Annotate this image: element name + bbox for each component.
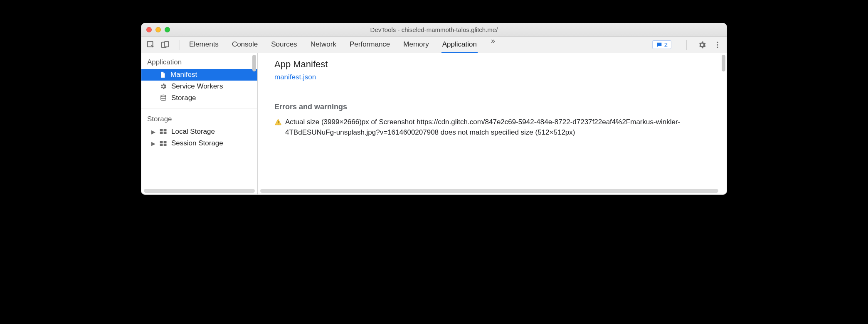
sidebar-item-label: Local Storage — [171, 128, 215, 136]
sidebar-item-label: Session Storage — [171, 139, 223, 147]
tab-elements[interactable]: Elements — [188, 37, 219, 53]
devtools-toolbar: Elements Console Sources Network Perform… — [141, 37, 727, 53]
sidebar-separator — [141, 108, 257, 108]
svg-rect-7 — [160, 129, 163, 131]
svg-point-4 — [717, 44, 718, 45]
devtools-window: DevTools - chiseled-mammoth-talos.glitch… — [141, 23, 727, 195]
toolbar-divider — [686, 40, 687, 50]
tab-performance[interactable]: Performance — [349, 37, 391, 53]
page-title: App Manifest — [274, 59, 710, 70]
expand-icon[interactable]: ▶ — [151, 129, 155, 135]
toolbar-divider — [180, 40, 180, 50]
svg-point-3 — [717, 42, 718, 43]
tabs-overflow-button[interactable]: » — [491, 37, 495, 53]
issues-icon — [656, 42, 663, 48]
svg-point-5 — [717, 47, 718, 48]
main-hscrollbar[interactable] — [260, 189, 718, 193]
sidebar-item-label: Storage — [171, 94, 196, 102]
svg-rect-8 — [164, 129, 167, 131]
application-sidebar: Application Manifest Service Workers — [141, 53, 258, 194]
sidebar-group-storage: Storage — [141, 113, 257, 126]
titlebar: DevTools - chiseled-mammoth-talos.glitch… — [141, 23, 727, 37]
settings-icon[interactable] — [698, 40, 707, 49]
svg-rect-9 — [160, 132, 163, 134]
sidebar-item-manifest[interactable]: Manifest — [141, 69, 257, 81]
issues-count: 2 — [664, 41, 668, 48]
errors-warnings-heading: Errors and warnings — [274, 103, 710, 111]
svg-rect-13 — [160, 144, 163, 146]
sidebar-hscrollbar[interactable] — [144, 189, 255, 193]
svg-rect-16 — [278, 124, 279, 125]
kebab-menu-icon[interactable] — [713, 41, 722, 49]
file-icon — [160, 71, 166, 79]
warning-text: Actual size (3999×2666)px of Screenshot … — [285, 117, 710, 137]
svg-rect-15 — [278, 121, 279, 123]
gear-icon — [160, 83, 167, 90]
sidebar-item-label: Manifest — [170, 71, 197, 79]
main-panel: App Manifest manifest.json Errors and wa… — [258, 53, 727, 194]
svg-point-6 — [161, 95, 166, 97]
tab-memory[interactable]: Memory — [402, 37, 429, 53]
database-icon — [160, 94, 167, 102]
warning-icon — [274, 118, 282, 129]
sidebar-item-storage[interactable]: Storage — [141, 92, 257, 104]
svg-rect-2 — [165, 41, 168, 47]
tab-network[interactable]: Network — [310, 37, 337, 53]
sidebar-item-label: Service Workers — [171, 82, 223, 91]
svg-rect-12 — [164, 141, 167, 143]
main-scrollbar[interactable] — [722, 55, 725, 71]
device-toolbar-icon[interactable] — [160, 40, 170, 49]
sidebar-group-application: Application — [141, 56, 257, 69]
svg-rect-11 — [160, 141, 163, 143]
tab-console[interactable]: Console — [231, 37, 259, 53]
sidebar-item-service-workers[interactable]: Service Workers — [141, 81, 257, 92]
issues-badge[interactable]: 2 — [652, 40, 671, 49]
inspect-element-icon[interactable] — [146, 40, 155, 49]
warning-row: Actual size (3999×2666)px of Screenshot … — [274, 117, 710, 137]
tab-application[interactable]: Application — [441, 37, 478, 53]
expand-icon[interactable]: ▶ — [151, 140, 155, 147]
svg-rect-14 — [164, 144, 167, 146]
window-title: DevTools - chiseled-mammoth-talos.glitch… — [141, 26, 727, 33]
tab-sources[interactable]: Sources — [270, 37, 298, 53]
manifest-link[interactable]: manifest.json — [274, 73, 316, 81]
devtools-tabs: Elements Console Sources Network Perform… — [188, 37, 652, 53]
grid-icon — [160, 140, 167, 146]
sidebar-item-session-storage[interactable]: ▶ Session Storage — [141, 137, 257, 149]
panel-body: Application Manifest Service Workers — [141, 53, 727, 194]
grid-icon — [160, 129, 167, 135]
svg-rect-10 — [164, 132, 167, 134]
sidebar-item-local-storage[interactable]: ▶ Local Storage — [141, 126, 257, 137]
